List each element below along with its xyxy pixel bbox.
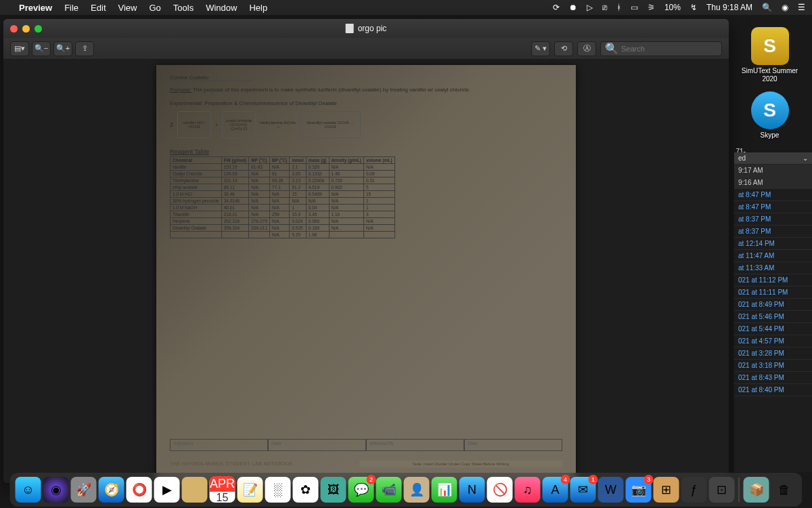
menu-window[interactable]: Window (206, 3, 237, 13)
minimize-button[interactable] (22, 25, 30, 33)
list-item[interactable]: 021 at 3:28 PM (734, 347, 812, 360)
markup-button[interactable]: Ⓐ (577, 41, 596, 56)
document-icon (346, 24, 354, 33)
highlight-button[interactable]: ✎ ▾ (531, 41, 550, 56)
list-item[interactable]: at 11:33 AM (734, 262, 812, 274)
menu-tools[interactable]: Tools (173, 3, 194, 13)
list-item[interactable]: at 8:47 PM (734, 201, 812, 213)
table-header: volume (mL) (363, 157, 394, 164)
content-area[interactable]: Corrine Costello Purpose: The purpose of… (3, 60, 729, 483)
dock-box-folder[interactable]: 📦 (744, 477, 769, 503)
menu-file[interactable]: File (64, 3, 78, 13)
zoom-button[interactable] (35, 25, 42, 33)
share-button[interactable]: ⇪ (75, 41, 94, 56)
dock-preview[interactable]: 🖼 (321, 477, 346, 503)
clock[interactable]: Thu 9:18 AM (706, 3, 752, 12)
dock-mail[interactable]: ✉1 (570, 477, 596, 503)
dock-reminders[interactable]: ░ (265, 477, 291, 503)
menu-edit[interactable]: Edit (91, 3, 106, 13)
control-center-icon[interactable]: ☰ (798, 3, 805, 12)
list-item[interactable]: 9:17 AM (734, 165, 812, 177)
zoom-in-button[interactable]: 🔍+ (53, 41, 72, 56)
dock-trash[interactable]: 🗑 (771, 477, 797, 503)
list-item[interactable]: 021 at 8:49 PM (734, 299, 812, 311)
dock-messages[interactable]: 💬2 (348, 477, 374, 503)
menu-view[interactable]: View (118, 3, 137, 13)
dock-launchpad[interactable]: 🚀 (71, 477, 97, 503)
wifi-icon[interactable]: ⚞ (648, 3, 655, 12)
dock-appstore[interactable]: A4 (543, 477, 568, 503)
chevron-down-icon[interactable]: ⌄ (803, 154, 808, 162)
dock-numbers[interactable]: 📊 (432, 477, 457, 503)
dock-other[interactable]: ⊡ (709, 477, 735, 503)
list-item[interactable]: at 8:37 PM (734, 213, 812, 226)
list-item[interactable]: 021 at 5:46 PM (734, 311, 812, 323)
list-item[interactable]: 021 at 4:57 PM (734, 335, 812, 347)
list-item[interactable]: 021 at 11:11 PM (734, 287, 812, 299)
profile-icon[interactable]: ◉ (782, 3, 788, 12)
play-icon[interactable]: ▷ (587, 3, 593, 12)
dock-news[interactable]: N (459, 477, 485, 503)
list-item[interactable]: 021 at 8:43 PM (734, 372, 812, 384)
dock-nosymbol[interactable]: 🚫 (487, 477, 513, 503)
simutext-app-icon[interactable]: S SimUText Summer 2020 (740, 27, 800, 83)
scanned-page: Corrine Costello Purpose: The purpose of… (156, 65, 576, 483)
skype-app-icon[interactable]: S Skype (740, 91, 800, 140)
search-field[interactable]: 🔍 (600, 41, 722, 56)
dock-calendar[interactable]: APR15 (210, 477, 235, 503)
list-item[interactable]: 021 at 11:12 PM (734, 274, 812, 287)
list-item[interactable]: 9:16 AM (734, 177, 812, 189)
dock-ptable[interactable]: ⊞ (654, 477, 679, 503)
dock-contacts[interactable]: 👤 (404, 477, 430, 503)
list-item[interactable]: 021 at 5:44 PM (734, 323, 812, 335)
dock-fontbook[interactable]: ƒ (681, 477, 707, 503)
background-window[interactable]: ed ⌄ 9:17 AM 9:16 AM at 8:47 PMat 8:47 P… (734, 152, 812, 472)
battery-icon[interactable]: ▭ (631, 3, 638, 12)
dock-notes[interactable]: 📝 (238, 477, 263, 503)
dock-safari[interactable]: 🧭 (99, 477, 125, 503)
reagent-table-heading: Reagent Table (170, 148, 562, 155)
menu-help[interactable]: Help (249, 3, 267, 13)
screen-icon[interactable]: ⎚ (602, 3, 607, 12)
table-row: N/A5.251.88 (171, 232, 395, 238)
dock-music[interactable]: ♫ (515, 477, 541, 503)
spotlight-icon[interactable]: 🔍 (762, 3, 772, 12)
purpose-text: The purpose of this experiment is to mak… (193, 87, 470, 93)
table-header: density (g/mL) (329, 157, 363, 164)
bluetooth-icon[interactable]: ᚼ (616, 3, 621, 12)
list-item[interactable]: at 12:14 PM (734, 238, 812, 250)
menu-go[interactable]: Go (149, 3, 160, 13)
rotate-button[interactable]: ⟲ (554, 41, 573, 56)
date-cell-1: Date (268, 439, 366, 451)
list-item[interactable]: 021 at 3:18 PM (734, 360, 812, 372)
list-item[interactable]: at 11:47 AM (734, 250, 812, 262)
dock-siri[interactable]: ◉ (43, 477, 69, 503)
zoom-out-button[interactable]: 🔍− (32, 41, 51, 56)
close-button[interactable] (10, 25, 18, 33)
dock-finder[interactable]: ☺ (16, 477, 41, 503)
bg-window-header[interactable]: ed ⌄ (734, 152, 812, 165)
reaction-scheme: 2 vanillin HO / OCH3 + oxalyl chloride C… (170, 106, 562, 143)
titlebar[interactable]: orgo pic (3, 19, 729, 38)
sidebar-toggle[interactable]: ▤▾ (10, 41, 29, 56)
signature-cell: Signature (170, 439, 268, 451)
table-row: 1.0 M HCl36.46N/AN/A150.5469N/A15 (171, 191, 395, 198)
badge: 1 (589, 475, 598, 484)
badge: 2 (367, 475, 376, 484)
dock-facetime[interactable]: 📹 (376, 477, 402, 503)
dock-chrome[interactable]: ⭕ (127, 477, 152, 503)
list-item[interactable]: at 8:37 PM (734, 226, 812, 238)
table-header: Chemical (171, 157, 222, 164)
app-menu[interactable]: Preview (19, 3, 52, 13)
dock-zoom[interactable]: 📷3 (626, 477, 652, 503)
search-input[interactable] (621, 45, 717, 53)
dock-youtube[interactable]: ▶ (154, 477, 180, 503)
dock-box1[interactable] (182, 477, 208, 503)
table-row: Perylene252.316276-279N/A0.0240.006N/AN/… (171, 218, 395, 225)
list-item[interactable]: 021 at 8:40 PM (734, 384, 812, 396)
video-icon[interactable]: ⏺ (569, 3, 577, 12)
sync-icon[interactable]: ⟳ (553, 3, 560, 12)
list-item[interactable]: at 8:47 PM (734, 189, 812, 201)
dock-photos[interactable]: ✿ (293, 477, 319, 503)
dock-word[interactable]: W (598, 477, 624, 503)
